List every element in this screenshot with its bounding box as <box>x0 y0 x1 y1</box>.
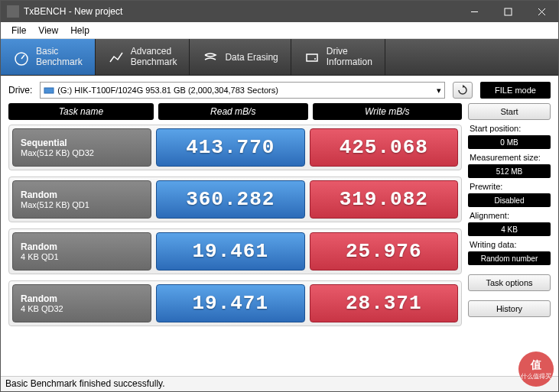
svg-rect-1 <box>505 8 512 15</box>
task-cell[interactable]: RandomMax(512 KB) QD1 <box>12 180 151 219</box>
startpos-value[interactable]: 0 MB <box>468 135 551 149</box>
watermark: 值 什么值得买 <box>518 352 554 387</box>
filemode-button[interactable]: FILE mode <box>480 82 551 99</box>
read-value[interactable]: 19.471 <box>156 284 305 322</box>
task-cell[interactable]: Random4 KB QD32 <box>12 284 151 322</box>
svg-line-5 <box>21 55 24 59</box>
msize-value[interactable]: 512 MB <box>468 164 551 178</box>
task-options-button[interactable]: Task options <box>468 274 551 291</box>
task-cell[interactable]: SequentialMax(512 KB) QD32 <box>12 128 151 167</box>
task-sub: Max(512 KB) QD32 <box>21 148 143 157</box>
msize-label: Measurement size: <box>468 151 551 162</box>
drive-select[interactable]: (G:) HIK-T100F/1024G 953.81 GB (2,000,30… <box>40 82 445 99</box>
task-cell[interactable]: Random4 KB QD1 <box>12 232 151 271</box>
tabbar: Basic Benchmark Advanced Benchmark Data … <box>1 39 558 76</box>
tab-label: Basic Benchmark <box>36 47 83 66</box>
watermark-big: 值 <box>531 358 541 372</box>
results-panel: Task name Read mB/s Write mB/s Sequentia… <box>8 103 462 332</box>
drive-row: Drive: (G:) HIK-T100F/1024G 953.81 GB (2… <box>1 76 558 103</box>
task-title: Sequential <box>21 138 143 148</box>
align-value[interactable]: 4 KB <box>468 222 551 236</box>
tab-drive-information[interactable]: Drive Information <box>291 39 385 75</box>
drive-icon <box>304 49 320 66</box>
task-title: Random <box>21 241 143 252</box>
chart-icon <box>108 49 125 66</box>
align-label: Alignment: <box>468 209 551 220</box>
task-sub: 4 KB QD32 <box>21 304 143 313</box>
write-value[interactable]: 28.371 <box>310 284 459 322</box>
write-value[interactable]: 25.976 <box>310 232 459 271</box>
gauge-icon <box>13 49 30 66</box>
startpos-label: Start position: <box>468 122 551 133</box>
read-value[interactable]: 413.770 <box>156 128 305 167</box>
wdata-value[interactable]: Random number <box>468 251 551 265</box>
tab-label: Data Erasing <box>225 52 278 63</box>
task-title: Random <box>21 293 143 304</box>
tab-label: Advanced Benchmark <box>131 47 177 66</box>
svg-rect-8 <box>44 88 54 93</box>
reload-icon <box>457 85 468 96</box>
history-button[interactable]: History <box>468 300 551 317</box>
sidebar: Start Start position: 0 MB Measurement s… <box>468 103 551 332</box>
maximize-button[interactable] <box>491 1 525 22</box>
header-write: Write mB/s <box>313 103 463 120</box>
app-icon <box>7 5 19 18</box>
task-sub: 4 KB QD1 <box>21 252 143 261</box>
titlebar: TxBENCH - New project <box>1 1 558 22</box>
tab-advanced-benchmark[interactable]: Advanced Benchmark <box>96 39 190 75</box>
statusbar: Basic Benchmark finished successfully. <box>1 376 558 391</box>
tab-data-erasing[interactable]: Data Erasing <box>190 39 291 75</box>
read-value[interactable]: 19.461 <box>156 232 305 271</box>
result-row: RandomMax(512 KB) QD1 360.282 319.082 <box>8 177 462 222</box>
prewrite-value[interactable]: Disabled <box>468 193 551 207</box>
result-row: Random4 KB QD32 19.471 28.371 <box>8 280 462 326</box>
write-value[interactable]: 319.082 <box>310 180 459 219</box>
svg-point-7 <box>314 58 316 60</box>
task-title: Random <box>21 190 143 200</box>
minimize-button[interactable] <box>457 1 491 22</box>
prewrite-label: Prewrite: <box>468 180 551 191</box>
tab-basic-benchmark[interactable]: Basic Benchmark <box>1 39 96 75</box>
menu-file[interactable]: File <box>5 24 32 37</box>
task-sub: Max(512 KB) QD1 <box>21 200 143 209</box>
drive-label: Drive: <box>8 85 32 96</box>
wdata-label: Writing data: <box>468 238 551 249</box>
write-value[interactable]: 425.068 <box>310 128 459 167</box>
menu-view[interactable]: View <box>32 24 64 37</box>
reload-button[interactable] <box>453 82 473 99</box>
header-read: Read mB/s <box>158 103 308 120</box>
result-row: Random4 KB QD1 19.461 25.976 <box>8 228 462 274</box>
tab-label: Drive Information <box>327 47 372 66</box>
result-row: SequentialMax(512 KB) QD32 413.770 425.0… <box>8 125 462 170</box>
window-title: TxBENCH - New project <box>24 6 457 17</box>
menu-help[interactable]: Help <box>64 24 96 37</box>
drive-icon <box>44 85 54 96</box>
watermark-small: 什么值得买 <box>521 372 551 381</box>
chevron-down-icon: ▾ <box>437 86 441 96</box>
start-button[interactable]: Start <box>468 103 551 120</box>
header-task: Task name <box>8 103 154 120</box>
menubar: File View Help <box>1 22 558 39</box>
drive-value: (G:) HIK-T100F/1024G 953.81 GB (2,000,30… <box>57 86 437 95</box>
svg-rect-6 <box>307 54 317 61</box>
close-button[interactable] <box>525 1 558 22</box>
erase-icon <box>202 49 219 66</box>
read-value[interactable]: 360.282 <box>156 180 305 219</box>
